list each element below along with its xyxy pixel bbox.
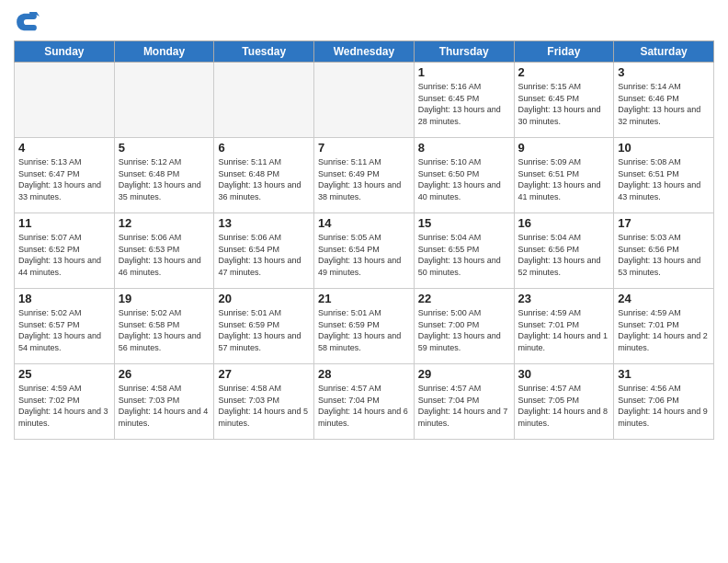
calendar-cell: 16Sunrise: 5:04 AMSunset: 6:56 PMDayligh… — [514, 213, 614, 289]
day-info: Sunrise: 5:02 AMSunset: 6:58 PMDaylight:… — [119, 307, 210, 353]
day-number: 16 — [518, 216, 610, 230]
weekday-header-saturday: Saturday — [614, 41, 714, 63]
day-info: Sunrise: 4:58 AMSunset: 7:03 PMDaylight:… — [218, 383, 310, 429]
day-info: Sunrise: 5:00 AMSunset: 7:00 PMDaylight:… — [418, 307, 510, 353]
calendar-cell: 1Sunrise: 5:16 AMSunset: 6:45 PMDaylight… — [414, 63, 514, 138]
week-row-3: 11Sunrise: 5:07 AMSunset: 6:52 PMDayligh… — [15, 213, 714, 289]
calendar-cell: 23Sunrise: 4:59 AMSunset: 7:01 PMDayligh… — [514, 289, 614, 364]
day-info: Sunrise: 4:59 AMSunset: 7:02 PMDaylight:… — [18, 383, 110, 429]
day-info: Sunrise: 5:05 AMSunset: 6:54 PMDaylight:… — [318, 232, 410, 278]
day-number: 13 — [218, 216, 310, 230]
day-number: 19 — [119, 292, 210, 305]
calendar-cell: 29Sunrise: 4:57 AMSunset: 7:04 PMDayligh… — [414, 364, 514, 440]
day-info: Sunrise: 4:57 AMSunset: 7:05 PMDaylight:… — [518, 383, 610, 429]
day-number: 12 — [119, 216, 210, 230]
calendar-cell: 15Sunrise: 5:04 AMSunset: 6:55 PMDayligh… — [414, 213, 514, 289]
day-number: 15 — [418, 216, 510, 230]
calendar-cell: 30Sunrise: 4:57 AMSunset: 7:05 PMDayligh… — [514, 364, 614, 440]
day-info: Sunrise: 4:57 AMSunset: 7:04 PMDaylight:… — [418, 383, 510, 429]
calendar-cell — [114, 63, 214, 138]
day-number: 22 — [418, 292, 510, 305]
day-number: 17 — [618, 216, 710, 230]
calendar-cell: 24Sunrise: 4:59 AMSunset: 7:01 PMDayligh… — [614, 289, 714, 364]
day-info: Sunrise: 4:57 AMSunset: 7:04 PMDaylight:… — [318, 383, 410, 429]
day-info: Sunrise: 4:56 AMSunset: 7:06 PMDaylight:… — [618, 383, 710, 429]
calendar-cell: 26Sunrise: 4:58 AMSunset: 7:03 PMDayligh… — [114, 364, 214, 440]
day-info: Sunrise: 5:14 AMSunset: 6:46 PMDaylight:… — [618, 81, 710, 127]
week-row-1: 1Sunrise: 5:16 AMSunset: 6:45 PMDaylight… — [15, 63, 714, 138]
calendar-cell: 5Sunrise: 5:12 AMSunset: 6:48 PMDaylight… — [114, 138, 214, 213]
day-info: Sunrise: 5:10 AMSunset: 6:50 PMDaylight:… — [418, 156, 510, 202]
day-number: 27 — [218, 367, 310, 381]
day-info: Sunrise: 4:59 AMSunset: 7:01 PMDaylight:… — [618, 307, 710, 353]
day-number: 14 — [318, 216, 410, 230]
calendar-cell: 31Sunrise: 4:56 AMSunset: 7:06 PMDayligh… — [614, 364, 714, 440]
day-number: 5 — [119, 141, 210, 155]
day-number: 8 — [418, 141, 510, 155]
day-number: 23 — [518, 292, 610, 305]
calendar-cell: 8Sunrise: 5:10 AMSunset: 6:50 PMDaylight… — [414, 138, 514, 213]
weekday-header-wednesday: Wednesday — [314, 41, 415, 63]
calendar-cell: 2Sunrise: 5:15 AMSunset: 6:45 PMDaylight… — [514, 63, 614, 138]
calendar: SundayMondayTuesdayWednesdayThursdayFrid… — [14, 40, 714, 440]
day-info: Sunrise: 4:58 AMSunset: 7:03 PMDaylight:… — [119, 383, 210, 429]
calendar-cell: 28Sunrise: 4:57 AMSunset: 7:04 PMDayligh… — [314, 364, 415, 440]
day-info: Sunrise: 5:11 AMSunset: 6:48 PMDaylight:… — [218, 156, 310, 202]
day-number: 4 — [18, 141, 110, 155]
day-number: 25 — [18, 367, 110, 381]
calendar-cell: 18Sunrise: 5:02 AMSunset: 6:57 PMDayligh… — [15, 289, 115, 364]
day-info: Sunrise: 5:11 AMSunset: 6:49 PMDaylight:… — [318, 156, 410, 202]
day-number: 24 — [618, 292, 710, 305]
calendar-cell: 3Sunrise: 5:14 AMSunset: 6:46 PMDaylight… — [614, 63, 714, 138]
week-row-4: 18Sunrise: 5:02 AMSunset: 6:57 PMDayligh… — [15, 289, 714, 364]
calendar-cell — [214, 63, 314, 138]
calendar-cell: 9Sunrise: 5:09 AMSunset: 6:51 PMDaylight… — [514, 138, 614, 213]
week-row-5: 25Sunrise: 4:59 AMSunset: 7:02 PMDayligh… — [15, 364, 714, 440]
day-info: Sunrise: 5:04 AMSunset: 6:55 PMDaylight:… — [418, 232, 510, 278]
calendar-cell — [15, 63, 115, 138]
day-info: Sunrise: 5:03 AMSunset: 6:56 PMDaylight:… — [618, 232, 710, 278]
day-number: 21 — [318, 292, 410, 305]
calendar-cell: 10Sunrise: 5:08 AMSunset: 6:51 PMDayligh… — [614, 138, 714, 213]
day-number: 28 — [318, 367, 410, 381]
day-number: 30 — [518, 367, 610, 381]
day-number: 6 — [218, 141, 310, 155]
day-info: Sunrise: 5:09 AMSunset: 6:51 PMDaylight:… — [518, 156, 610, 202]
day-info: Sunrise: 5:02 AMSunset: 6:57 PMDaylight:… — [18, 307, 110, 353]
calendar-cell: 19Sunrise: 5:02 AMSunset: 6:58 PMDayligh… — [114, 289, 214, 364]
day-number: 10 — [618, 141, 710, 155]
day-info: Sunrise: 5:15 AMSunset: 6:45 PMDaylight:… — [518, 81, 610, 127]
calendar-cell — [314, 63, 415, 138]
calendar-cell: 22Sunrise: 5:00 AMSunset: 7:00 PMDayligh… — [414, 289, 514, 364]
header — [14, 9, 714, 35]
day-info: Sunrise: 5:01 AMSunset: 6:59 PMDaylight:… — [218, 307, 310, 353]
calendar-cell: 6Sunrise: 5:11 AMSunset: 6:48 PMDaylight… — [214, 138, 314, 213]
day-number: 18 — [18, 292, 110, 305]
weekday-header-sunday: Sunday — [15, 41, 115, 63]
day-info: Sunrise: 4:59 AMSunset: 7:01 PMDaylight:… — [518, 307, 610, 353]
day-info: Sunrise: 5:06 AMSunset: 6:54 PMDaylight:… — [218, 232, 310, 278]
day-number: 26 — [119, 367, 210, 381]
day-number: 11 — [18, 216, 110, 230]
calendar-cell: 7Sunrise: 5:11 AMSunset: 6:49 PMDaylight… — [314, 138, 415, 213]
day-number: 29 — [418, 367, 510, 381]
weekday-header-tuesday: Tuesday — [214, 41, 314, 63]
calendar-cell: 14Sunrise: 5:05 AMSunset: 6:54 PMDayligh… — [314, 213, 415, 289]
day-number: 9 — [518, 141, 610, 155]
day-number: 7 — [318, 141, 410, 155]
day-number: 20 — [218, 292, 310, 305]
weekday-header-friday: Friday — [514, 41, 614, 63]
week-row-2: 4Sunrise: 5:13 AMSunset: 6:47 PMDaylight… — [15, 138, 714, 213]
page: SundayMondayTuesdayWednesdayThursdayFrid… — [0, 0, 728, 563]
calendar-cell: 4Sunrise: 5:13 AMSunset: 6:47 PMDaylight… — [15, 138, 115, 213]
calendar-cell: 21Sunrise: 5:01 AMSunset: 6:59 PMDayligh… — [314, 289, 415, 364]
day-info: Sunrise: 5:01 AMSunset: 6:59 PMDaylight:… — [318, 307, 410, 353]
calendar-cell: 27Sunrise: 4:58 AMSunset: 7:03 PMDayligh… — [214, 364, 314, 440]
calendar-cell: 20Sunrise: 5:01 AMSunset: 6:59 PMDayligh… — [214, 289, 314, 364]
day-info: Sunrise: 5:07 AMSunset: 6:52 PMDaylight:… — [18, 232, 110, 278]
day-info: Sunrise: 5:08 AMSunset: 6:51 PMDaylight:… — [618, 156, 710, 202]
calendar-cell: 25Sunrise: 4:59 AMSunset: 7:02 PMDayligh… — [15, 364, 115, 440]
day-number: 31 — [618, 367, 710, 381]
day-info: Sunrise: 5:04 AMSunset: 6:56 PMDaylight:… — [518, 232, 610, 278]
logo-icon — [14, 9, 40, 35]
